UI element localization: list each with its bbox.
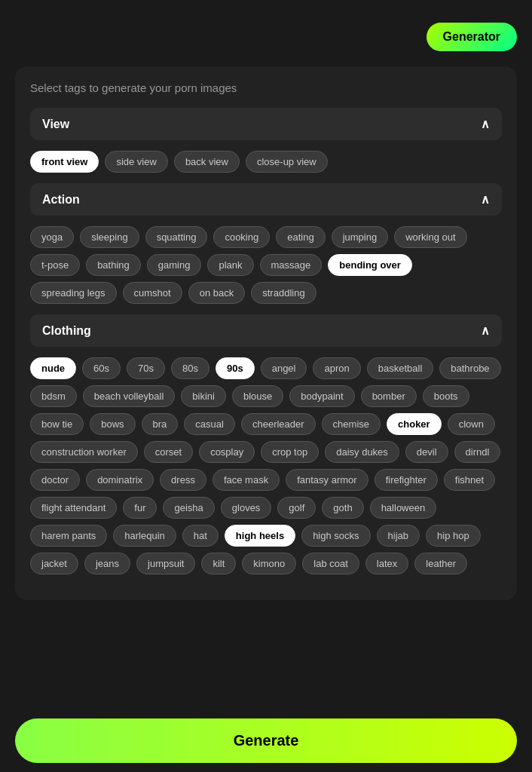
tag-kilt[interactable]: kilt	[201, 553, 236, 574]
tag-daisy-dukes[interactable]: daisy dukes	[325, 441, 399, 463]
tag-80s[interactable]: 80s	[171, 357, 209, 379]
tag-dirndl[interactable]: dirndl	[454, 441, 501, 463]
tag-blouse[interactable]: blouse	[232, 385, 283, 407]
tag-bomber[interactable]: bomber	[361, 385, 417, 407]
tag-bending-over[interactable]: bending over	[328, 254, 412, 276]
tag-jumpsuit[interactable]: jumpsuit	[136, 553, 195, 574]
tag-massage[interactable]: massage	[260, 254, 323, 276]
section-view: View∧front viewside viewback viewclose-u…	[30, 108, 502, 173]
tag-bows[interactable]: bows	[90, 413, 135, 435]
tag-bikini[interactable]: bikini	[181, 385, 226, 407]
tag-jacket[interactable]: jacket	[30, 553, 78, 574]
section-clothing: Clothing∧nude60s70s80s90sangelapronbaske…	[30, 314, 502, 574]
tag-high-heels[interactable]: high heels	[225, 525, 295, 547]
tag-casual[interactable]: casual	[184, 413, 235, 435]
tag-golf[interactable]: golf	[277, 497, 316, 519]
section-label-clothing: Clothing	[42, 324, 91, 338]
section-label-action: Action	[42, 193, 80, 207]
tag-angel[interactable]: angel	[261, 357, 307, 379]
tag-halloween[interactable]: halloween	[370, 497, 437, 519]
tag-choker[interactable]: choker	[387, 413, 442, 435]
tag-cumshot[interactable]: cumshot	[123, 282, 182, 304]
tag-cosplay[interactable]: cosplay	[199, 441, 255, 463]
tag-on-back[interactable]: on back	[188, 282, 246, 304]
tag-clown[interactable]: clown	[448, 413, 495, 435]
tag-bdsm[interactable]: bdsm	[30, 385, 77, 407]
tag-corset[interactable]: corset	[144, 441, 193, 463]
tag-close-up-view[interactable]: close-up view	[246, 151, 328, 173]
tag-crop-top[interactable]: crop top	[261, 441, 319, 463]
tag-dress[interactable]: dress	[160, 469, 206, 491]
tag-face-mask[interactable]: face mask	[212, 469, 280, 491]
tag-construction-worker[interactable]: construction worker	[30, 441, 138, 463]
tag-cooking[interactable]: cooking	[213, 226, 270, 248]
tag-bow-tie[interactable]: bow tie	[30, 413, 84, 435]
tag-latex[interactable]: latex	[365, 553, 408, 574]
tag-hijab[interactable]: hijab	[377, 525, 420, 547]
tags-row-view: front viewside viewback viewclose-up vie…	[30, 151, 502, 173]
tag-t-pose[interactable]: t-pose	[30, 254, 80, 276]
tag-60s[interactable]: 60s	[82, 357, 121, 379]
tag-chemise[interactable]: chemise	[322, 413, 381, 435]
tag-kimono[interactable]: kimono	[242, 553, 296, 574]
tag-basketball[interactable]: basketball	[367, 357, 434, 379]
tag-working-out[interactable]: working out	[394, 226, 466, 248]
tag-fantasy-armor[interactable]: fantasy armor	[286, 469, 368, 491]
tag-back-view[interactable]: back view	[174, 151, 240, 173]
main-panel: Select tags to generate your porn images…	[15, 66, 517, 600]
tag-front-view[interactable]: front view	[30, 151, 99, 173]
tag-lab-coat[interactable]: lab coat	[302, 553, 359, 574]
tags-row-action: yogasleepingsquattingcookingeatingjumpin…	[30, 226, 502, 304]
chevron-icon-action: ∧	[481, 192, 490, 207]
tag-devil[interactable]: devil	[405, 441, 448, 463]
tag-gaming[interactable]: gaming	[147, 254, 202, 276]
tag-leather[interactable]: leather	[414, 553, 467, 574]
tag-jeans[interactable]: jeans	[84, 553, 130, 574]
tag-gloves[interactable]: gloves	[221, 497, 272, 519]
tag-doctor[interactable]: doctor	[30, 469, 80, 491]
tag-yoga[interactable]: yoga	[30, 226, 74, 248]
sections-container: View∧front viewside viewback viewclose-u…	[30, 108, 502, 574]
tag-boots[interactable]: boots	[423, 385, 469, 407]
tag-eating[interactable]: eating	[276, 226, 325, 248]
tag-spreading-legs[interactable]: spreading legs	[30, 282, 117, 304]
section-header-clothing[interactable]: Clothing∧	[30, 314, 502, 347]
tag-bodypaint[interactable]: bodypaint	[289, 385, 354, 407]
section-header-action[interactable]: Action∧	[30, 183, 502, 216]
tag-apron[interactable]: apron	[313, 357, 360, 379]
tag-nude[interactable]: nude	[30, 357, 76, 379]
tag-plank[interactable]: plank	[207, 254, 253, 276]
tag-bathrobe[interactable]: bathrobe	[439, 357, 500, 379]
tag-harem-pants[interactable]: harem pants	[30, 525, 107, 547]
generator-nav-button[interactable]: Generator	[427, 23, 517, 51]
tag-bathing[interactable]: bathing	[86, 254, 141, 276]
tag-cheerleader[interactable]: cheerleader	[241, 413, 316, 435]
tag-harlequin[interactable]: harlequin	[113, 525, 176, 547]
tag-geisha[interactable]: geisha	[163, 497, 214, 519]
tag-dominatrix[interactable]: dominatrix	[86, 469, 154, 491]
tag-side-view[interactable]: side view	[105, 151, 167, 173]
generate-bar: Generate	[0, 709, 532, 772]
tag-jumping[interactable]: jumping	[332, 226, 389, 248]
generate-button[interactable]: Generate	[15, 718, 517, 763]
tag-flight-attendant[interactable]: flight attendant	[30, 497, 117, 519]
tag-straddling[interactable]: straddling	[251, 282, 316, 304]
tag-hat[interactable]: hat	[182, 525, 219, 547]
tag-high-socks[interactable]: high socks	[301, 525, 370, 547]
tag-beach-volleyball[interactable]: beach volleyball	[83, 385, 176, 407]
section-label-view: View	[42, 118, 69, 131]
tag-squatting[interactable]: squatting	[145, 226, 208, 248]
tag-goth[interactable]: goth	[322, 497, 363, 519]
tag-firefighter[interactable]: firefighter	[375, 469, 438, 491]
tag-hip-hop[interactable]: hip hop	[426, 525, 481, 547]
tag-90s[interactable]: 90s	[216, 357, 255, 379]
tag-sleeping[interactable]: sleeping	[80, 226, 139, 248]
tag-fur[interactable]: fur	[123, 497, 157, 519]
section-header-view[interactable]: View∧	[30, 108, 502, 140]
tag-bra[interactable]: bra	[142, 413, 179, 435]
panel-title: Select tags to generate your porn images	[30, 81, 502, 94]
tag-70s[interactable]: 70s	[127, 357, 165, 379]
chevron-icon-view: ∧	[481, 117, 490, 131]
top-bar: Generator	[0, 15, 532, 66]
tag-fishnet[interactable]: fishnet	[444, 469, 495, 491]
